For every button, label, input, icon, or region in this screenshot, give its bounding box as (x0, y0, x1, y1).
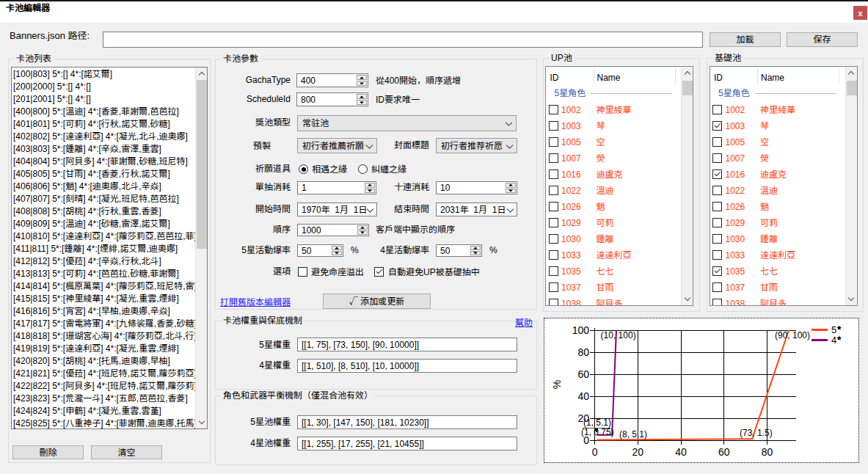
svg-text:(90, 100): (90, 100) (775, 330, 810, 340)
svg-text:80: 80 (762, 446, 773, 458)
svg-text:(10, 100): (10, 100) (601, 330, 636, 340)
svg-text:40: 40 (675, 446, 687, 458)
svg-text:(8, 5.1): (8, 5.1) (619, 429, 647, 440)
svg-text:60: 60 (577, 368, 589, 380)
svg-text:0: 0 (592, 446, 598, 458)
svg-text:4: 4 (831, 335, 836, 346)
svg-text:(73, 1.5): (73, 1.5) (740, 428, 773, 438)
svg-text:20: 20 (632, 446, 644, 458)
svg-text:60: 60 (718, 446, 730, 458)
svg-text:%: % (551, 380, 563, 389)
svg-text:5: 5 (831, 324, 836, 335)
svg-text:(1, 5.1): (1, 5.1) (583, 418, 611, 428)
svg-text:100: 100 (572, 324, 590, 336)
svg-text:40: 40 (577, 390, 589, 402)
svg-text:(1, 0.75): (1, 0.75) (581, 427, 614, 437)
svg-text:80: 80 (577, 346, 589, 358)
